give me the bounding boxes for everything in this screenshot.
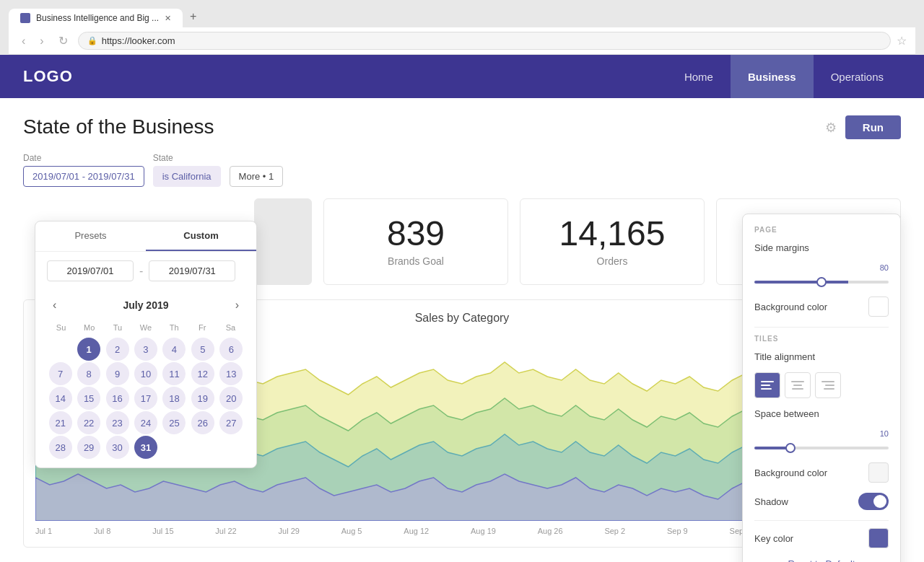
kpi-orders-label: Orders bbox=[597, 255, 628, 267]
key-color-row: Key color bbox=[754, 528, 889, 548]
shadow-label: Shadow bbox=[754, 496, 788, 507]
reset-to-default-link[interactable]: Reset to Default bbox=[754, 558, 889, 562]
calendar-day bbox=[162, 436, 186, 459]
calendar-tabs: Presets Custom bbox=[35, 221, 256, 252]
settings-gear-button[interactable]: ⚙ bbox=[825, 120, 837, 136]
space-between-value: 10 bbox=[754, 429, 889, 438]
nav-operations[interactable]: Operations bbox=[814, 55, 901, 98]
state-filter-chip[interactable]: is California bbox=[153, 166, 221, 187]
calendar-day[interactable]: 5 bbox=[191, 338, 214, 361]
date-filter-group: Date 2019/07/01 - 2019/07/31 bbox=[23, 153, 144, 187]
calendar-day[interactable]: 27 bbox=[219, 411, 243, 434]
calendar-day[interactable]: 17 bbox=[134, 387, 157, 410]
calendar-day[interactable]: 14 bbox=[49, 387, 72, 410]
calendar-day[interactable]: 26 bbox=[191, 411, 214, 434]
calendar-day[interactable]: 7 bbox=[49, 362, 72, 385]
forward-button[interactable]: › bbox=[35, 33, 48, 49]
nav-home[interactable]: Home bbox=[667, 55, 731, 98]
calendar-day[interactable]: 21 bbox=[49, 411, 72, 434]
date-filter-chip[interactable]: 2019/07/01 - 2019/07/31 bbox=[23, 166, 144, 187]
space-between-slider[interactable] bbox=[754, 447, 889, 449]
calendar-day[interactable]: 19 bbox=[191, 387, 214, 410]
calendar-day[interactable]: 30 bbox=[106, 436, 129, 459]
back-button[interactable]: ‹ bbox=[17, 33, 30, 49]
space-between-label: Space between bbox=[754, 408, 819, 419]
calendar-day[interactable]: 4 bbox=[162, 338, 186, 361]
space-between-slider-container: 10 bbox=[754, 429, 889, 452]
x-label-jul22: Jul 22 bbox=[215, 527, 236, 535]
calendar-day[interactable]: 9 bbox=[106, 362, 129, 385]
key-color-picker[interactable] bbox=[868, 528, 889, 548]
nav-business[interactable]: Business bbox=[731, 55, 814, 98]
title-alignment-label: Title alignment bbox=[754, 351, 815, 362]
calendar-day[interactable]: 13 bbox=[219, 362, 243, 385]
custom-tab[interactable]: Custom bbox=[146, 221, 256, 251]
day-header-th: Th bbox=[160, 320, 188, 335]
calendar-day[interactable]: 8 bbox=[77, 362, 100, 385]
more-filter-chip[interactable]: More • 1 bbox=[230, 166, 284, 187]
next-month-button[interactable]: › bbox=[230, 296, 245, 315]
day-header-fr: Fr bbox=[188, 320, 217, 335]
tiles-background-color-picker[interactable] bbox=[868, 462, 889, 483]
calendar-day[interactable]: 16 bbox=[106, 387, 129, 410]
calendar-day[interactable]: 23 bbox=[106, 411, 129, 434]
x-label-aug19: Aug 19 bbox=[471, 527, 496, 535]
active-tab[interactable]: Business Intelligence and Big ... ✕ bbox=[9, 9, 183, 27]
calendar-day[interactable]: 25 bbox=[162, 411, 186, 434]
address-bar[interactable]: 🔒 https://looker.com bbox=[78, 32, 891, 50]
calendar-day[interactable]: 24 bbox=[134, 411, 157, 434]
date-from-input[interactable] bbox=[47, 260, 134, 281]
key-color-label: Key color bbox=[754, 533, 793, 544]
run-button[interactable]: Run bbox=[845, 115, 901, 139]
x-label-jul15: Jul 15 bbox=[152, 527, 173, 535]
shadow-toggle[interactable] bbox=[858, 493, 889, 510]
browser-toolbar: ‹ › ↻ 🔒 https://looker.com ☆ bbox=[9, 27, 915, 55]
align-center-option[interactable] bbox=[785, 372, 811, 398]
settings-divider-2 bbox=[754, 520, 889, 521]
page-section-label: PAGE bbox=[754, 226, 889, 234]
calendar-day[interactable]: 12 bbox=[191, 362, 214, 385]
align-right-option[interactable] bbox=[815, 372, 841, 398]
side-margins-slider[interactable] bbox=[754, 281, 889, 284]
page-title: State of the Business bbox=[23, 115, 214, 139]
align-left-option[interactable] bbox=[754, 372, 780, 398]
calendar-day[interactable]: 3 bbox=[134, 338, 157, 361]
run-btn-area: ⚙ Run bbox=[825, 115, 901, 139]
prev-month-button[interactable]: ‹ bbox=[47, 296, 62, 315]
calendar-day[interactable]: 6 bbox=[219, 338, 243, 361]
month-year-label: July 2019 bbox=[123, 299, 168, 311]
calendar-day[interactable]: 1 bbox=[77, 338, 100, 361]
calendar-day[interactable]: 28 bbox=[49, 436, 72, 459]
calendar-day[interactable]: 29 bbox=[77, 436, 100, 459]
day-headers: Su Mo Tu We Th Fr Sa bbox=[47, 320, 245, 335]
new-tab-button[interactable]: + bbox=[183, 6, 204, 27]
kpi-brands-value: 839 bbox=[387, 216, 445, 251]
side-margins-slider-container: 80 bbox=[754, 263, 889, 286]
tab-close-button[interactable]: ✕ bbox=[165, 14, 171, 23]
date-to-input[interactable] bbox=[149, 260, 235, 281]
background-color-picker[interactable] bbox=[868, 297, 889, 317]
day-header-sa: Sa bbox=[217, 320, 245, 335]
calendar-day[interactable]: 20 bbox=[219, 387, 243, 410]
tiles-section-label: TILES bbox=[754, 335, 889, 343]
calendar-days: 1234567891011121314151617181920212223242… bbox=[47, 338, 245, 459]
main-content: State of the Business ⚙ Run Date 2019/07… bbox=[0, 98, 924, 562]
calendar-day[interactable]: 31 bbox=[134, 436, 157, 459]
refresh-button[interactable]: ↻ bbox=[54, 32, 72, 49]
bookmark-button[interactable]: ☆ bbox=[897, 34, 907, 48]
calendar-day[interactable]: 18 bbox=[162, 387, 186, 410]
shadow-toggle-knob bbox=[873, 495, 886, 508]
presets-tab[interactable]: Presets bbox=[35, 221, 146, 251]
calendar-day[interactable]: 11 bbox=[162, 362, 186, 385]
main-nav: Home Business Operations bbox=[667, 55, 901, 98]
tiles-background-color-row: Background color bbox=[754, 462, 889, 483]
calendar-day[interactable]: 10 bbox=[134, 362, 157, 385]
calendar-day[interactable]: 2 bbox=[106, 338, 129, 361]
calendar-header: ‹ July 2019 › bbox=[35, 290, 256, 320]
settings-divider-1 bbox=[754, 327, 889, 328]
calendar-day[interactable]: 22 bbox=[77, 411, 100, 434]
filters-row: Date 2019/07/01 - 2019/07/31 State is Ca… bbox=[23, 153, 901, 187]
calendar-day[interactable]: 15 bbox=[77, 387, 100, 410]
kpi-brands-label: Brands Goal bbox=[388, 255, 444, 267]
calendar-grid: Su Mo Tu We Th Fr Sa 1234567891011121314… bbox=[35, 320, 256, 459]
